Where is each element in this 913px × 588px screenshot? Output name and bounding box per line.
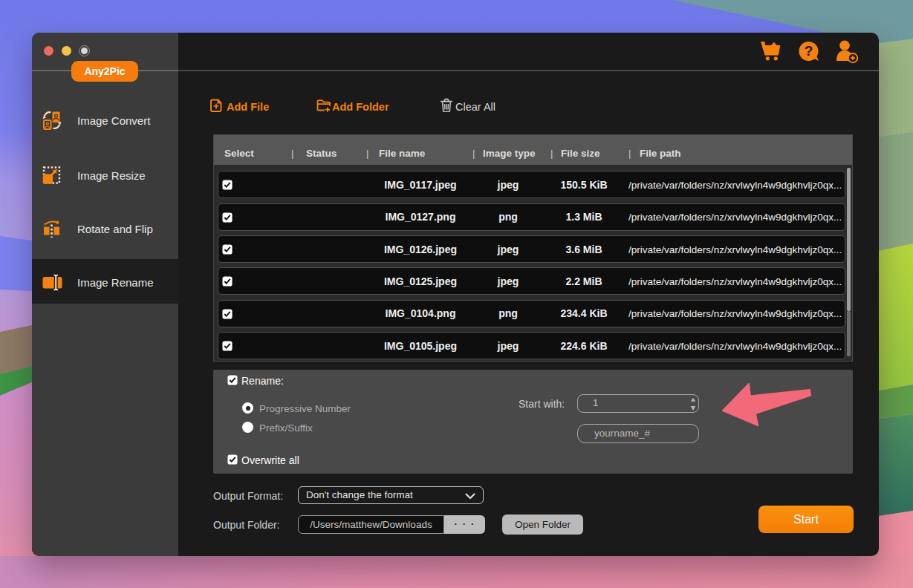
svg-text:?: ? xyxy=(805,43,813,59)
